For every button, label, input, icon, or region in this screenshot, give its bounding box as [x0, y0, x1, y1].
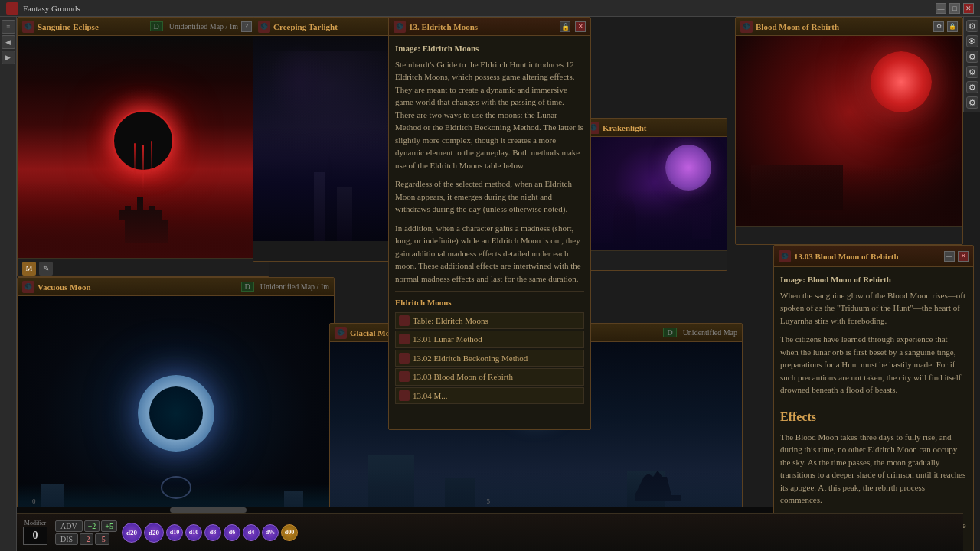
adv-plus2-btn[interactable]: +5	[101, 520, 117, 532]
city-base	[253, 126, 405, 241]
main-content: ≡ ◀ ▶ ⚙ 👁 ⚙ ⚙ ⚙ ⚙ 🌑 Sanguine Eclipse D U…	[0, 17, 980, 551]
creeping-icon: 🌑	[258, 21, 270, 33]
item4-text: 13.04 M...	[413, 390, 448, 403]
die-d20-2[interactable]: d20	[144, 523, 164, 543]
dis-label-btn[interactable]: DIS	[55, 533, 78, 545]
modifier-label: Modifier	[24, 520, 46, 527]
die-d10-2[interactable]: d10	[185, 524, 202, 541]
app-icon	[6, 2, 18, 15]
tentacle-cloud	[269, 44, 330, 120]
sanguine-help-btn[interactable]: ?	[241, 21, 252, 32]
die-d6[interactable]: d6	[224, 524, 240, 541]
modifier-value[interactable]: 0	[23, 527, 47, 545]
table-item-2[interactable]: 13.02 Eldritch Beckoning Method	[395, 350, 584, 367]
sidebar-icon-5[interactable]: ⚙	[966, 81, 978, 93]
die-d4[interactable]: d4	[243, 524, 260, 541]
drip-3	[134, 143, 136, 181]
vacuous-badge: D	[241, 282, 254, 292]
drip-effects	[18, 181, 269, 258]
map-icon: M	[22, 262, 36, 276]
bloodmoon-landscape	[736, 165, 962, 226]
page-num-5: 5	[487, 497, 491, 507]
left-toolbar-btn-3[interactable]: ▶	[2, 51, 15, 64]
krakenlight-header: 🌑 Krakenlight	[583, 119, 727, 137]
edit-icon[interactable]: ✎	[39, 262, 53, 276]
right-sidebar: ⚙ 👁 ⚙ ⚙ ⚙ ⚙	[963, 17, 980, 112]
creeping-footer	[253, 241, 405, 262]
panel-sanguine: 🌑 Sanguine Eclipse D Unidentified Map / …	[17, 17, 270, 277]
table-header-item[interactable]: Table: Eldritch Moons	[395, 312, 584, 330]
sidebar-icon-2[interactable]: 👁	[966, 35, 978, 47]
dis-minus2-btn[interactable]: -5	[95, 533, 109, 545]
krakenlight-footer	[583, 250, 727, 271]
table-icon	[399, 315, 410, 326]
sidebar-icon-settings[interactable]: ⚙	[966, 96, 978, 109]
doc-divider	[395, 291, 584, 292]
eldritch-lock-btn[interactable]: 🔒	[560, 21, 570, 32]
item2-text: 13.02 Eldritch Beckoning Method	[413, 352, 528, 365]
dis-minus-btn[interactable]: -2	[80, 533, 93, 545]
rebirth-icon: 🌑	[779, 250, 791, 262]
vacuous-title: Vacuous Moon	[38, 282, 238, 292]
dice-area: d20 d20 d10 d10 d8 d6 d4 d% d00	[122, 523, 957, 543]
creeping-header: 🌑 Creeping Tarlight	[253, 18, 405, 36]
table-item-4[interactable]: 13.04 M...	[395, 387, 584, 405]
sidebar-icon-4[interactable]: ⚙	[966, 66, 978, 78]
chain-element	[161, 476, 191, 499]
scroll-thumb[interactable]	[170, 507, 247, 513]
rebirth-min-btn[interactable]: —	[944, 251, 955, 262]
sidebar-icon-3[interactable]: ⚙	[966, 51, 978, 63]
rebirth-content: Image: Blood Moon of Rebirth When the sa…	[774, 267, 973, 551]
rebirth-effects-title: Effects	[780, 408, 967, 426]
adv-plus-btn[interactable]: +2	[84, 520, 100, 532]
die-d-percent[interactable]: d%	[262, 524, 279, 541]
rebirth-title: 13.03 Blood Moon of Rebirth	[794, 252, 941, 261]
sanguine-map: Unidentified Map / Im	[169, 22, 238, 31]
adv-label-btn[interactable]: ADV	[55, 520, 83, 532]
maximize-button[interactable]: □	[949, 3, 960, 14]
item2-icon	[399, 353, 410, 364]
table-label: Table: Eldritch Moons	[413, 315, 488, 328]
krakenlight-title: Krakenlight	[603, 123, 722, 132]
die-d20-1[interactable]: d20	[122, 523, 142, 543]
blood-moon-orb	[871, 51, 932, 112]
rebirth-header: 🌑 13.03 Blood Moon of Rebirth — ✕	[774, 246, 973, 267]
die-d8[interactable]: d8	[204, 524, 221, 541]
rebirth-close-btn[interactable]: ✕	[958, 251, 969, 262]
vacuous-icon: 🌑	[22, 281, 34, 293]
left-toolbar-btn-2[interactable]: ◀	[2, 35, 15, 49]
sidebar-icon-1[interactable]: ⚙	[966, 20, 978, 32]
die-d10[interactable]: d10	[166, 524, 183, 541]
bloodmoon-lock-btn[interactable]: 🔒	[947, 21, 958, 32]
sanguine-title: Sanguine Eclipse	[38, 22, 147, 31]
rebirth-image-label: Image: Blood Moon of Rebirth	[780, 273, 967, 286]
sanguine-image	[18, 36, 269, 258]
krakenlight-image	[583, 137, 727, 250]
eldritch-close-btn[interactable]: ✕	[575, 21, 586, 32]
glacial-icon: 🌑	[335, 327, 347, 339]
left-toolbar-btn-1[interactable]: ≡	[2, 20, 15, 34]
page-num-0: 0	[32, 497, 36, 507]
item1-icon	[399, 334, 410, 344]
vacuous-image	[18, 296, 334, 530]
left-toolbar: ≡ ◀ ▶	[0, 17, 17, 551]
rebirth-body2: The citizens have learned through experi…	[780, 333, 967, 396]
bloodmoon-settings-btn[interactable]: ⚙	[933, 21, 944, 32]
die-d00[interactable]: d00	[281, 524, 298, 541]
app-title: Fantasy Grounds	[23, 4, 936, 13]
minimize-button[interactable]: —	[936, 3, 946, 14]
tentacle-overlay	[583, 189, 727, 250]
rebirth-divider	[780, 403, 967, 403]
creeping-image	[253, 36, 405, 241]
creeping-title: Creeping Tarlight	[273, 22, 400, 31]
spire-2	[314, 172, 325, 241]
table-item-3[interactable]: 13.03 Blood Moon of Rebirth	[395, 368, 584, 386]
table-item-1[interactable]: 13.01 Lunar Method	[395, 331, 584, 348]
rebirth-effects1: The Blood Moon takes three days to fully…	[780, 431, 967, 507]
rebirth-body1: When the sanguine glow of the Blood Moon…	[780, 289, 967, 328]
close-button[interactable]: ✕	[963, 3, 974, 14]
eldritch-icon: 🌑	[394, 21, 406, 33]
vacuous-header: 🌑 Vacuous Moon D Unidentified Map / Im	[18, 278, 334, 296]
item3-icon	[399, 371, 410, 382]
eldritch-title: 13. Eldritch Moons	[409, 22, 557, 31]
